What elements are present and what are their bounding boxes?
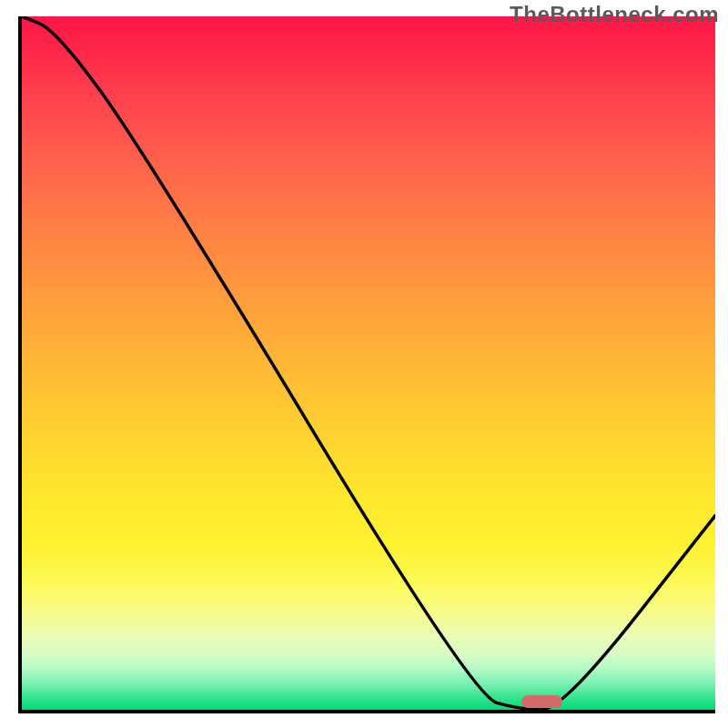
optimal-marker <box>521 695 563 708</box>
bottleneck-curve <box>22 16 715 710</box>
watermark-text: TheBottleneck.com <box>510 2 719 27</box>
curve-path <box>22 16 715 710</box>
plot-area <box>18 16 715 713</box>
bottleneck-chart: TheBottleneck.com <box>0 0 728 728</box>
